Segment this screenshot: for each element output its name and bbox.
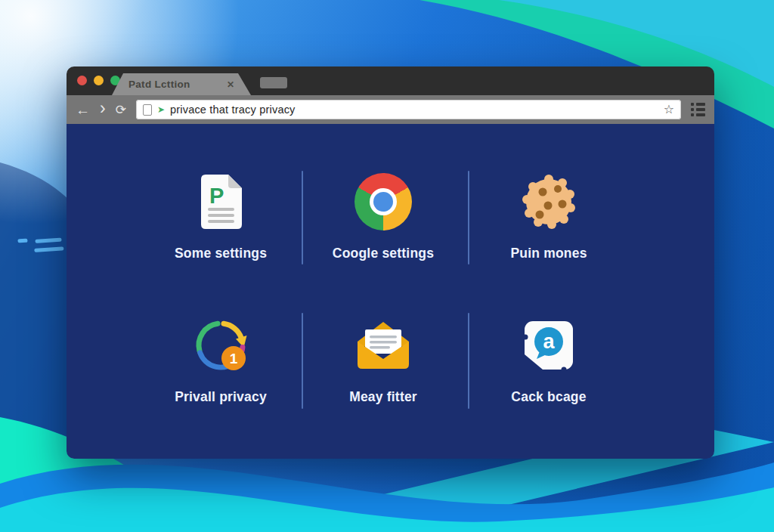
minimize-window-button[interactable] [94,76,104,85]
shortcut-label: Privall privacy [141,389,301,405]
chat-bubble-icon: a [523,320,574,371]
shortcut-some-settings[interactable]: P Some settings [141,168,301,261]
page-content: P Some settings Coogle settings [67,124,714,459]
bubble-letter: a [543,330,555,353]
url-text[interactable]: privace that tracy privacy [170,104,296,116]
envelope-icon [351,319,415,372]
reload-icon[interactable]: ⟳ [116,104,126,116]
tab-close-icon[interactable]: ✕ [227,79,234,90]
sync-arrows-icon: 1 [189,314,252,377]
window-controls [77,76,120,85]
shortcut-label: Some settings [141,246,301,261]
menu-list-icon[interactable] [691,103,705,116]
title-bar: Patd Lcttion ✕ [67,66,714,95]
shortcut-coogle-settings[interactable]: Coogle settings [303,168,463,261]
chrome-icon [354,173,412,230]
chrome-core [373,192,393,212]
browser-toolbar: ← › ⟳ ➤ privace that tracy privacy ☆ [67,95,714,124]
shortcut-label: Coogle settings [303,246,463,261]
new-tab-stub[interactable] [260,77,287,88]
shortcut-label: Puin mones [469,246,629,261]
secure-arrow-icon: ➤ [157,105,165,114]
shortcut-cack-bcage[interactable]: a Cack bcage [469,311,629,405]
shortcut-privall-privacy[interactable]: 1 Privall privacy [141,311,301,405]
desktop: { "colors": { "page_background": "#1b2e6… [0,0,774,532]
shortcut-label: Meay fitter [303,389,463,405]
shortcut-meay-fitter[interactable]: Meay fitter [303,311,463,405]
browser-window: Patd Lcttion ✕ ← › ⟳ ➤ privace that trac… [67,66,714,459]
browser-tab[interactable]: Patd Lcttion ✕ [112,73,251,95]
document-p-icon: P [197,172,245,232]
forward-icon[interactable]: › [100,100,106,117]
cookie-icon [520,173,577,230]
bookmark-star-icon[interactable]: ☆ [664,104,674,116]
address-bar[interactable]: ➤ privace that tracy privacy ☆ [136,100,681,119]
shortcut-puin-mones[interactable]: Puin mones [469,168,629,261]
tab-title: Patd Lcttion [128,79,227,90]
document-letter: P [209,184,224,208]
shortcut-label: Cack bcage [469,389,629,405]
page-icon [143,104,152,116]
back-icon[interactable]: ← [76,103,90,117]
badge-count: 1 [230,351,238,367]
close-window-button[interactable] [77,76,87,85]
